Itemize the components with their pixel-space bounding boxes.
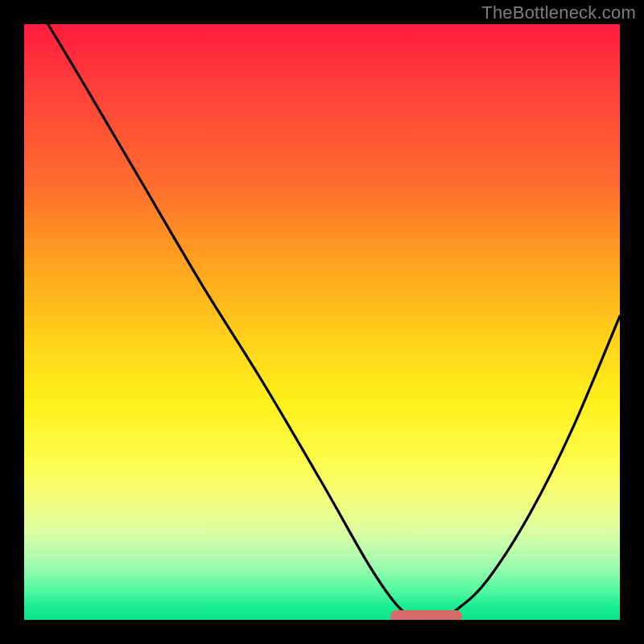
plot-area (24, 24, 620, 620)
watermark-text: TheBottleneck.com (481, 2, 636, 23)
optimal-range-bar (390, 610, 462, 621)
bottleneck-curve (24, 24, 620, 620)
outer-frame: TheBottleneck.com (0, 0, 644, 644)
